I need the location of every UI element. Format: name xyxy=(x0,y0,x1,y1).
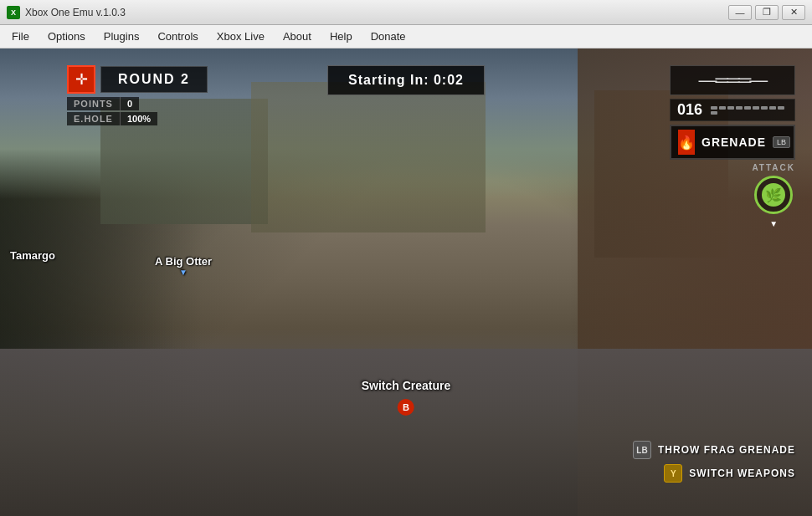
ammo-count: 016 xyxy=(677,101,707,119)
ehole-label: E.HOLE xyxy=(67,112,120,125)
flame-icon: 🔥 xyxy=(678,135,695,151)
ammo-dot-2 xyxy=(719,106,726,110)
ehole-value: 100% xyxy=(120,112,157,125)
menu-item-plugins[interactable]: Plugins xyxy=(95,27,148,46)
ammo-dot-9 xyxy=(778,106,784,110)
ammo-dot-5 xyxy=(744,106,751,110)
ammo-dot-10 xyxy=(711,111,717,115)
weapon-icon-box: —═══— xyxy=(670,65,795,95)
weapon-image: —═══— xyxy=(699,69,767,91)
ammo-dot-8 xyxy=(769,106,776,110)
y-hint-button: Y xyxy=(664,464,682,483)
menu-item-controls[interactable]: Controls xyxy=(149,27,206,46)
switch-weapons-text: SWITCH WEAPONS xyxy=(689,467,795,479)
points-label: POINTS xyxy=(67,97,120,110)
points-row: POINTS 0 xyxy=(67,97,208,110)
menu-item-options[interactable]: Options xyxy=(39,27,94,46)
attack-label: ATTACK xyxy=(752,163,795,172)
menu-item-about[interactable]: About xyxy=(275,27,320,46)
grenade-icon: 🔥 xyxy=(678,130,695,155)
lb-hint-button: LB xyxy=(633,441,651,459)
ammo-dot-3 xyxy=(727,106,734,110)
switch-creature-label: Switch Creature B xyxy=(362,379,451,416)
round-badge: ✛ ROUND 2 xyxy=(67,65,208,94)
b-button: B xyxy=(398,399,414,416)
ammo-dot-6 xyxy=(753,106,759,110)
restore-button[interactable]: ❐ xyxy=(755,5,779,20)
points-value: 0 xyxy=(120,97,139,110)
ammo-dot-7 xyxy=(761,106,768,110)
ammo-dots xyxy=(711,106,786,115)
lb-badge: LB xyxy=(773,136,790,148)
title-bar-controls: — ❐ ✕ xyxy=(728,5,805,20)
switch-creature-text: Switch Creature xyxy=(362,379,451,392)
menu-item-xbox-live[interactable]: Xbox Live xyxy=(208,27,273,46)
starting-timer: Starting In: 0:02 xyxy=(327,65,485,95)
minimize-button[interactable]: — xyxy=(728,5,752,20)
arrow-down-icon: ▼ xyxy=(769,219,778,228)
menu-item-help[interactable]: Help xyxy=(321,27,361,46)
hud-bottom-right: LB THROW FRAG GRENADE Y SWITCH WEAPONS xyxy=(633,441,795,483)
leaf-icon: 🌿 xyxy=(765,187,782,203)
round-icon: ✛ xyxy=(67,65,95,94)
attack-section: ATTACK 🌿 ▼ xyxy=(752,163,795,228)
ground xyxy=(0,349,812,516)
player-arrow: ▼ xyxy=(155,268,212,277)
timer-box: Starting In: 0:02 xyxy=(327,65,485,95)
round-label: ROUND 2 xyxy=(100,66,208,93)
throw-grenade-text: THROW FRAG GRENADE xyxy=(658,444,795,456)
game-viewport: ✛ ROUND 2 POINTS 0 E.HOLE 100% Starting … xyxy=(0,49,812,516)
ammo-row: 016 xyxy=(670,99,795,121)
menu-bar: File Options Plugins Controls Xbox Live … xyxy=(0,25,812,49)
title-bar: X Xbox One Emu v.1.0.3 — ❐ ✕ xyxy=(0,0,812,25)
menu-item-donate[interactable]: Donate xyxy=(362,27,414,46)
player-name-tamargo: Tamargo xyxy=(10,249,55,262)
hint-throw-grenade: LB THROW FRAG GRENADE xyxy=(633,441,795,459)
attack-circle: 🌿 xyxy=(754,176,793,214)
hud-top-left: ✛ ROUND 2 POINTS 0 E.HOLE 100% xyxy=(67,65,208,125)
hint-switch-weapons: Y SWITCH WEAPONS xyxy=(664,464,795,483)
crosshair-icon: ✛ xyxy=(75,70,88,89)
grenade-label: GRENADE xyxy=(702,135,766,149)
close-button[interactable]: ✕ xyxy=(782,5,805,20)
window-title: Xbox One Emu v.1.0.3 xyxy=(25,7,126,18)
title-bar-left: X Xbox One Emu v.1.0.3 xyxy=(7,6,126,19)
player-name-bigotter: A Big Otter ▼ xyxy=(155,255,212,277)
ammo-dot-4 xyxy=(736,106,743,110)
menu-item-file[interactable]: File xyxy=(3,27,38,46)
building-back-center xyxy=(251,82,486,232)
ammo-dot-1 xyxy=(711,106,717,110)
attack-icon: 🌿 xyxy=(762,183,785,207)
hud-right: —═══— 016 🔥 GRENADE LB xyxy=(670,65,795,228)
ehole-row: E.HOLE 100% xyxy=(67,112,208,125)
app-icon: X xyxy=(7,6,20,19)
grenade-row: 🔥 GRENADE LB xyxy=(670,125,795,160)
